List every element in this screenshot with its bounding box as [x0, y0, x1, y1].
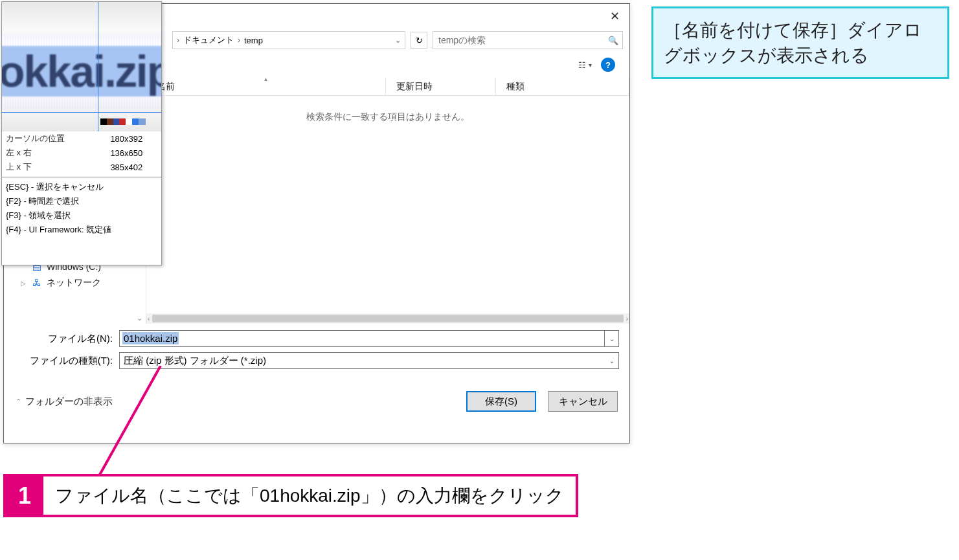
table-row: 上 x 下385x402: [2, 160, 161, 174]
breadcrumb-seg-temp[interactable]: temp: [244, 36, 263, 45]
horizontal-scrollbar[interactable]: ‹ ›: [146, 313, 629, 324]
sort-asc-icon: ▲: [264, 76, 269, 82]
snip-val: 136x650: [84, 146, 161, 160]
column-header-type[interactable]: 種類: [496, 78, 629, 95]
crosshair-horizontal: [2, 112, 161, 113]
dropdown-caret-icon: ▾: [589, 62, 592, 69]
chevron-right-icon: ›: [238, 36, 240, 45]
search-icon[interactable]: 🔍: [608, 36, 618, 45]
sidebar-item-network[interactable]: ▷ 🖧 ネットワーク: [4, 274, 146, 291]
snip-info-table: カーソルの位置180x392 左 x 右136x650 上 x 下385x402: [2, 131, 161, 174]
action-row: ⌃ フォルダーの非表示 保存(S) キャンセル: [4, 374, 629, 423]
network-icon: 🖧: [32, 278, 41, 288]
step-number: 1: [6, 476, 43, 515]
step-text: ファイル名（ここでは「01hokkai.zip」）の入力欄をクリック: [43, 476, 576, 515]
column-header-name[interactable]: ▲ 名前: [146, 78, 386, 95]
snip-shortcuts: {ESC} - 選択をキャンセル {F2} - 時間差で選択 {F3} - 領域…: [2, 180, 161, 237]
shortcut-line: {F3} - 領域を選択: [2, 208, 161, 223]
form-area: ファイル名(N): 01hokkai.zip ⌄ ファイルの種類(T): 圧縮 …: [4, 324, 629, 369]
chevron-up-icon: ⌃: [16, 398, 21, 406]
help-button[interactable]: ?: [601, 58, 615, 72]
snip-key: 上 x 下: [2, 160, 84, 174]
filetype-row: ファイルの種類(T): 圧縮 (zip 形式) フォルダー (*.zip) ⌄: [14, 352, 619, 369]
filename-history-dropdown[interactable]: ⌄: [605, 330, 619, 347]
shortcut-line: {F2} - 時間差で選択: [2, 194, 161, 208]
scroll-thumb[interactable]: [152, 315, 623, 322]
snip-val: 385x402: [84, 160, 161, 174]
shortcut-line: {F4} - UI Framework: 既定値: [2, 223, 161, 237]
list-view-icon: ☷: [578, 60, 586, 70]
breadcrumb[interactable]: › ドキュメント › temp ⌄: [172, 31, 405, 49]
snip-val: 180x392: [84, 131, 161, 146]
hide-folders-toggle[interactable]: ⌃ フォルダーの非表示: [16, 396, 113, 408]
annotation-step-1: 1 ファイル名（ここでは「01hokkai.zip」）の入力欄をクリック: [3, 474, 578, 517]
save-button[interactable]: 保存(S): [466, 391, 536, 412]
color-swatches: [100, 118, 146, 125]
filename-selected-text: 01hokkai.zip: [122, 332, 179, 344]
magnifier-preview: okkai.zip: [2, 2, 161, 131]
filetype-select[interactable]: 圧縮 (zip 形式) フォルダー (*.zip) ⌄: [119, 352, 619, 369]
breadcrumb-seg-documents[interactable]: ドキュメント: [183, 34, 234, 46]
chevron-right-icon: ›: [177, 36, 179, 45]
scroll-left-icon[interactable]: ‹: [148, 315, 150, 322]
hide-folders-label: フォルダーの非表示: [25, 396, 113, 408]
search-input[interactable]: [437, 34, 608, 46]
sidebar-item-label: ネットワーク: [47, 277, 101, 289]
expand-caret-icon[interactable]: ▷: [21, 280, 26, 287]
filename-row: ファイル名(N): 01hokkai.zip ⌄: [14, 330, 619, 347]
dropdown-caret-icon: ⌄: [609, 357, 615, 364]
empty-message: 検索条件に一致する項目はありません。: [146, 96, 629, 123]
table-row: 左 x 右136x650: [2, 146, 161, 160]
refresh-button[interactable]: ↻: [411, 32, 427, 49]
snip-key: 左 x 右: [2, 146, 84, 160]
filetype-value: 圧縮 (zip 形式) フォルダー (*.zip): [124, 355, 266, 367]
snipping-tool-overlay: okkai.zip カーソルの位置180x392 左 x 右136x650 上 …: [1, 1, 162, 265]
annotation-cyan: ［名前を付けて保存］ダイアログボックスが表示される: [651, 6, 949, 79]
list-header: ▲ 名前 更新日時 種類: [146, 78, 629, 96]
column-header-date[interactable]: 更新日時: [386, 78, 496, 95]
filetype-label: ファイルの種類(T):: [14, 355, 119, 367]
snip-key: カーソルの位置: [2, 131, 84, 146]
view-options-button[interactable]: ☷ ▾: [578, 60, 592, 70]
file-list: ▲ 名前 更新日時 種類 検索条件に一致する項目はありません。 ‹ ›: [146, 78, 629, 324]
magnifier-text: okkai.zip: [2, 46, 161, 96]
cancel-button[interactable]: キャンセル: [548, 391, 618, 412]
table-row: カーソルの位置180x392: [2, 131, 161, 146]
scroll-right-icon[interactable]: ›: [626, 315, 628, 322]
filename-input[interactable]: 01hokkai.zip: [119, 330, 605, 347]
breadcrumb-dropdown-icon[interactable]: ⌄: [395, 36, 401, 45]
filename-label: ファイル名(N):: [14, 333, 119, 345]
shortcut-line: {ESC} - 選択をキャンセル: [2, 180, 161, 194]
scroll-down-icon[interactable]: ⌄: [137, 314, 142, 322]
close-button[interactable]: ✕: [600, 5, 629, 28]
search-box[interactable]: 🔍: [433, 31, 623, 49]
